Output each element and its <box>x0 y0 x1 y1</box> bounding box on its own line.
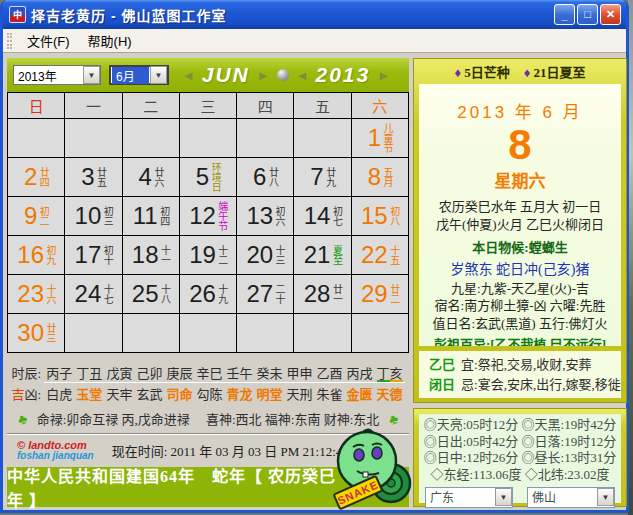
shichen-item: 丁丑 <box>76 366 102 381</box>
sun-info-line: ◎日中:12时26分 ◎昼长:13时31分 <box>419 450 621 467</box>
day-lunar-label: 廿四 <box>38 167 48 187</box>
calendar-day-cell[interactable]: 20十三 <box>237 235 294 274</box>
zhiri-line: 值日名:玄武(黑道) 五行:佛灯火 <box>419 315 621 333</box>
title-bar[interactable]: 中 择吉老黄历 - 佛山蓝图工作室 _ □ ✕ <box>3 0 626 29</box>
dropdown-arrow-icon[interactable]: ▼ <box>83 66 100 84</box>
next-month-icon[interactable]: ► <box>257 68 270 83</box>
date-panel: 2013 年 6 月 8 星期六 农历癸巳水年 五月大 初一日 戊午(仲夏)火月… <box>419 84 621 346</box>
menu-item[interactable]: 文件(F) <box>18 28 79 53</box>
calendar-header: 2013年 ▼ 6月 ▼ ◄ JUN ► ◄ 2013 ► <box>7 58 409 92</box>
calendar-day-cell[interactable]: 2廿四 <box>8 157 65 196</box>
jixiong-item: 天牢 <box>106 387 132 402</box>
calendar-day-cell[interactable]: 21夏至 <box>294 235 351 274</box>
day-number: 4 <box>139 163 152 191</box>
solar-terms-band: ♦5日芒种♦21日夏至 <box>419 59 621 84</box>
calendar-day-cell[interactable]: 28廿一 <box>294 274 351 313</box>
calendar-day-cell[interactable]: 18十一 <box>123 235 180 274</box>
calendar-day-cell[interactable]: 6廿八 <box>237 157 294 196</box>
day-number: 24 <box>75 280 102 308</box>
day-lunar-label: 十二 <box>217 245 227 265</box>
calendar-day-cell[interactable]: 13初六 <box>237 196 294 235</box>
day-number: 3 <box>81 163 94 191</box>
calendar-day-cell[interactable]: 22十五 <box>352 235 408 274</box>
calendar-day-cell <box>352 313 408 352</box>
calendar-day-cell[interactable]: 1儿童节 <box>352 118 408 157</box>
shichen-item: 庚辰 <box>166 366 192 381</box>
prev-year-icon[interactable]: ◄ <box>296 68 309 83</box>
calendar-day-cell[interactable]: 3廿五 <box>65 157 122 196</box>
minimize-button[interactable]: _ <box>554 4 575 25</box>
calendar-day-cell <box>123 313 180 352</box>
shichen-item: 乙酉 <box>316 366 342 381</box>
dropdown-arrow-icon[interactable]: ▼ <box>495 488 512 506</box>
calendar-week-row: 1儿童节 <box>8 118 408 157</box>
nav-month-label: JUN <box>202 63 250 87</box>
day-lunar-label: 十八 <box>160 284 170 304</box>
ji-tag: 闭日 <box>429 377 455 392</box>
today-button[interactable] <box>277 69 289 81</box>
close-button[interactable]: ✕ <box>600 4 621 25</box>
jixiong-item: 青龙 <box>226 387 252 402</box>
pengzu-line: 彭祖百忌:[乙不栽植 巳不远行] <box>419 334 621 346</box>
day-lunar-label: 初九 <box>45 245 55 265</box>
city-select[interactable]: 佛山 ▼ <box>527 487 615 508</box>
day-number: 2 <box>24 163 37 191</box>
day-lunar-label: 端午节 <box>217 201 227 231</box>
jixiong-item: 司命 <box>166 387 192 402</box>
calendar-day-cell[interactable]: 30廿三 <box>8 313 65 352</box>
prev-month-icon[interactable]: ◄ <box>182 68 195 83</box>
yi-tag: 乙巳 <box>429 357 455 372</box>
calendar-day-cell[interactable]: 19十二 <box>180 235 237 274</box>
calendar-day-cell[interactable]: 8五月 <box>352 157 408 196</box>
day-lunar-label: 五月 <box>382 167 392 187</box>
dropdown-arrow-icon[interactable]: ▼ <box>150 66 167 84</box>
day-number: 25 <box>132 280 159 308</box>
jixiong-item: 金匮 <box>347 387 373 402</box>
weekday-header: 六 <box>352 93 408 118</box>
window-title: 择吉老黄历 - 佛山蓝图工作室 <box>31 5 226 25</box>
maximize-button[interactable]: □ <box>577 4 598 25</box>
calendar-day-cell[interactable]: 9初二 <box>8 196 65 235</box>
calendar-day-cell[interactable]: 15初八 <box>352 196 408 235</box>
calendar-day-cell[interactable]: 4廿六 <box>123 157 180 196</box>
jixiong-label-bad: 凶: <box>24 387 41 402</box>
calendar-day-cell[interactable]: 16初九 <box>8 235 65 274</box>
jixiong-item: 勾陈 <box>196 387 222 402</box>
calendar-day-cell[interactable]: 24十七 <box>65 274 122 313</box>
sun-panel: ◎天亮:05时12分 ◎天黑:19时42分◎日出:05时42分 ◎日落:19时1… <box>419 414 621 503</box>
day-lunar-label: 廿九 <box>325 167 335 187</box>
day-lunar-label: 廿二 <box>389 284 399 304</box>
calendar-week-row: 9初二10初三11初四12端午节13初六14初七15初八 <box>8 196 408 235</box>
app-icon: 中 <box>9 6 26 23</box>
calendar-day-cell[interactable]: 12端午节 <box>180 196 237 235</box>
year-select[interactable]: 2013年 ▼ <box>13 65 101 85</box>
calendar-day-cell[interactable]: 23十六 <box>8 274 65 313</box>
calendar-day-cell[interactable]: 29廿二 <box>352 274 408 313</box>
footer-text: 中华人民共和国建国64年 蛇年【 农历癸巳年 】 <box>7 463 347 511</box>
calendar-day-cell[interactable]: 26十九 <box>180 274 237 313</box>
dragon-ornament-icon: ♣ <box>16 411 30 429</box>
calendar-day-cell[interactable]: 17初十 <box>65 235 122 274</box>
calendar-week-row: 2廿四3廿五4廿六5环境日6廿八7廿九8五月 <box>8 157 408 196</box>
province-select[interactable]: 广东 ▼ <box>425 487 513 508</box>
day-lunar-label: 环境日 <box>210 162 220 192</box>
calendar-day-cell[interactable]: 5环境日 <box>180 157 237 196</box>
next-year-icon[interactable]: ► <box>377 68 390 83</box>
ji-text: 忌:宴会,安床,出行,嫁娶,移徙 <box>461 377 621 392</box>
calendar-day-cell[interactable]: 10初三 <box>65 196 122 235</box>
calendar-day-cell[interactable]: 14初七 <box>294 196 351 235</box>
calendar-day-cell[interactable]: 7廿九 <box>294 157 351 196</box>
jixiong-label-good: 吉 <box>11 387 24 402</box>
dropdown-arrow-icon[interactable]: ▼ <box>597 488 614 506</box>
calendar-day-cell[interactable]: 11初四 <box>123 196 180 235</box>
month-select[interactable]: 6月 ▼ <box>109 65 169 85</box>
weekday-header: 二 <box>123 93 180 118</box>
calendar-day-cell[interactable]: 25十八 <box>123 274 180 313</box>
menu-item[interactable]: 帮助(H) <box>79 28 141 53</box>
calendar-day-cell[interactable]: 27二十 <box>237 274 294 313</box>
weekday-header: 三 <box>180 93 237 118</box>
day-number: 16 <box>17 241 44 269</box>
day-lunar-label: 十七 <box>102 284 112 304</box>
shichen-item: 壬午 <box>226 366 252 381</box>
solar-term: ♦5日芒种 <box>455 62 510 81</box>
